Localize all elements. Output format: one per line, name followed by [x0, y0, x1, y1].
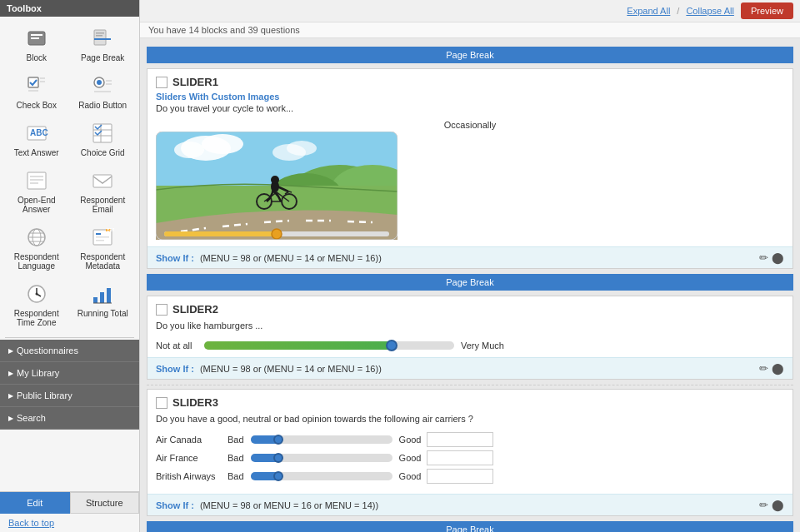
tool-respondent-metadata-label: Respondent Metadata [73, 252, 133, 271]
slider1-edit-icon[interactable]: ✏ [759, 251, 768, 264]
sidebar-item-my-library[interactable]: ▶ My Library [0, 362, 139, 385]
slider3-edit-icon[interactable]: ✏ [759, 499, 768, 511]
slider2-row: Not at all Very Much [156, 341, 784, 351]
svg-rect-4 [94, 38, 111, 40]
slider3-row-0: Air Canada Bad Good [156, 432, 784, 447]
preview-button[interactable]: Preview [741, 2, 793, 19]
slider1-show-if-text: Show If : (MENU = 98 or (MENU = 14 or ME… [156, 253, 382, 263]
tool-respondent-metadata[interactable]: BETA Respondent Metadata [72, 221, 135, 274]
back-to-top-link[interactable]: Back to top [0, 514, 139, 532]
slider2-delete-icon[interactable]: ⬤ [772, 362, 784, 375]
block-icon [23, 25, 50, 52]
open-end-answer-icon [23, 167, 50, 194]
tool-respondent-time-zone[interactable]: Respondent Time Zone [5, 277, 68, 331]
slider3-description: Do you have a good, neutral or bad opini… [148, 412, 792, 429]
svg-rect-2 [31, 37, 39, 39]
sidebar-item-questionnaires[interactable]: ▶ Questionnaires [0, 340, 139, 362]
slider2-edit-icon[interactable]: ✏ [759, 362, 768, 375]
slider3-checkbox[interactable] [156, 397, 168, 409]
tab-structure[interactable]: Structure [70, 492, 140, 514]
slider2-thumb[interactable] [386, 340, 398, 351]
slider3-thumb-2[interactable] [273, 471, 283, 481]
sidebar-item-search[interactable]: ▶ Search [0, 407, 139, 430]
svg-text:ABC: ABC [30, 128, 48, 137]
svg-rect-42 [93, 297, 98, 303]
slider3-track-2[interactable] [251, 472, 392, 480]
tool-check-box[interactable]: Check Box [5, 69, 68, 113]
slider2-show-if-label: Show If : [156, 364, 194, 374]
info-bar: You have 14 blocks and 39 questions [140, 22, 800, 38]
toolbox-grid: Block Page Break [0, 17, 139, 336]
slider2-description: Do you like hamburgers ... [148, 319, 792, 336]
tool-open-end-answer[interactable]: Open-End Answer [5, 164, 68, 217]
slider2-track[interactable] [204, 341, 454, 350]
slider3-good-2: Good [399, 471, 422, 481]
page-break-top: Page Break [147, 47, 793, 63]
svg-rect-3 [94, 30, 106, 45]
slider2-checkbox[interactable] [156, 304, 168, 316]
tool-page-break[interactable]: Page Break [72, 22, 135, 66]
slider1-image-container: Occasionally [148, 118, 792, 246]
slider3-thumb-1[interactable] [273, 453, 283, 463]
tool-radio-button[interactable]: Radio Button [72, 69, 135, 113]
slider1-value-label: Occasionally [156, 120, 784, 130]
slider2-show-if-text: Show If : (MENU = 98 or (MENU = 14 or ME… [156, 364, 382, 374]
slider3-input-1[interactable] [427, 450, 493, 465]
slider3-block: SLIDER3 Do you have a good, neutral or b… [147, 389, 793, 516]
tool-respondent-email[interactable]: Respondent Email [72, 164, 135, 217]
slider2-left-label: Not at all [156, 341, 198, 351]
page-break-bottom: Page Break [147, 521, 793, 532]
tool-respondent-language[interactable]: Respondent Language [5, 221, 68, 274]
svg-point-49 [174, 142, 204, 158]
slider3-track-1[interactable] [251, 454, 392, 462]
slider3-track-0[interactable] [251, 435, 392, 444]
slider1-show-if: Show If : (MENU = 98 or (MENU = 14 or ME… [148, 246, 792, 268]
slider3-title: SLIDER3 [172, 396, 218, 409]
my-library-label: My Library [17, 368, 59, 378]
svg-rect-33 [96, 233, 101, 235]
slider1-subtitle: Sliders With Custom Images [148, 92, 792, 102]
tab-edit[interactable]: Edit [0, 492, 70, 514]
page-break-bottom-label: Page Break [438, 523, 502, 532]
top-bar: Expand All / Collapse All Preview [140, 0, 800, 22]
check-box-icon [23, 72, 50, 99]
slider3-label-1: Air France [156, 453, 222, 463]
respondent-email-icon [89, 167, 116, 194]
slider2-header: SLIDER2 [148, 296, 792, 319]
slider2-show-if-actions: ✏ ⬤ [759, 362, 784, 375]
slider3-fill-1 [251, 454, 277, 462]
tool-running-total-label: Running Total [78, 309, 128, 318]
svg-rect-10 [40, 81, 45, 82]
svg-text:BETA: BETA [107, 227, 114, 232]
questionnaires-label: Questionnaires [17, 346, 78, 355]
slider1-delete-icon[interactable]: ⬤ [772, 251, 784, 264]
tool-text-answer[interactable]: ABC Text Answer [5, 117, 68, 161]
tool-block[interactable]: Block [5, 22, 68, 66]
slider2-right-label: Very Much [461, 341, 504, 351]
slider1-checkbox[interactable] [156, 77, 168, 88]
svg-rect-25 [30, 182, 38, 184]
sidebar-item-public-library[interactable]: ▶ Public Library [0, 385, 139, 407]
tool-choice-grid[interactable]: Choice Grid [72, 117, 135, 161]
svg-rect-13 [106, 80, 112, 82]
toolbox-header: Toolbox [0, 0, 139, 17]
slider3-delete-icon[interactable]: ⬤ [772, 499, 784, 511]
slider3-good-0: Good [399, 435, 422, 445]
svg-rect-34 [96, 236, 109, 238]
slider3-input-2[interactable] [427, 469, 493, 484]
tool-running-total[interactable]: Running Total [72, 277, 135, 331]
expand-all-link[interactable]: Expand All [627, 6, 670, 16]
slider3-thumb-0[interactable] [273, 435, 283, 445]
slider1-show-if-label: Show If : [156, 253, 194, 263]
respondent-time-zone-icon [23, 281, 50, 307]
slider3-input-0[interactable] [427, 432, 493, 447]
svg-point-51 [287, 141, 317, 156]
slider1-title: SLIDER1 [172, 76, 218, 88]
running-total-icon [89, 281, 116, 307]
search-arrow: ▶ [8, 415, 13, 422]
svg-point-59 [271, 176, 279, 184]
content-area: Page Break SLIDER1 Sliders With Custom I… [140, 38, 800, 532]
collapse-all-link[interactable]: Collapse All [686, 6, 733, 16]
slider3-bad-2: Bad [228, 471, 244, 481]
slider1-description: Do you travel your cycle to work... [148, 102, 792, 118]
